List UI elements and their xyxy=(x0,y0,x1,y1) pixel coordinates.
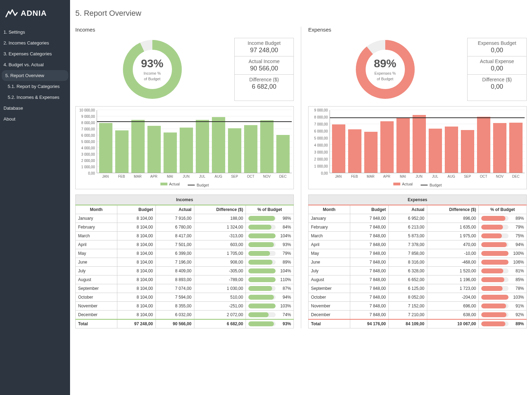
expense-table-title: Expenses xyxy=(309,195,527,205)
summary-cell: Actual Income90 566,00 xyxy=(235,56,293,75)
bar xyxy=(196,120,209,173)
x-label: APR xyxy=(379,175,395,178)
x-label: OCT xyxy=(243,175,259,178)
y-tick: 7 000,00 xyxy=(314,122,328,126)
incomes-title: Incomes xyxy=(75,27,294,33)
y-tick: 9 000,00 xyxy=(314,108,328,112)
y-tick: 0,00 xyxy=(88,171,95,175)
y-tick: 5 000,00 xyxy=(81,140,95,144)
nav-item-3[interactable]: 4. Budget vs. Actual xyxy=(0,59,70,70)
income-table-title: Incomes xyxy=(76,195,294,205)
table-header: Difference ($) xyxy=(194,205,246,214)
nav-item-2[interactable]: 3. Expenses Categories xyxy=(0,48,70,59)
bar xyxy=(260,120,274,173)
table-header: Actual xyxy=(156,205,194,214)
bar xyxy=(131,120,145,173)
nav-item-7[interactable]: Database xyxy=(0,103,70,114)
logo: ADNIA xyxy=(0,5,70,27)
x-label: AUG xyxy=(443,175,460,178)
logo-icon xyxy=(5,9,18,18)
page-title: 5. Report Overview xyxy=(75,9,527,18)
bar xyxy=(115,130,129,173)
nav-item-1[interactable]: 2. Incomes Categories xyxy=(0,38,70,48)
x-label: APR xyxy=(146,175,162,178)
x-label: DEC xyxy=(275,175,291,178)
income-donut-label1: Income % xyxy=(141,71,163,76)
table-header: Budget xyxy=(350,205,388,214)
bar xyxy=(99,123,112,173)
table-header: Month xyxy=(309,205,350,214)
expenses-panel: Expenses 89% Expenses % of Budget xyxy=(308,27,527,328)
expense-bar-chart: 0,001 000,002 000,003 000,004 000,005 00… xyxy=(308,106,527,189)
bar xyxy=(380,121,394,173)
summary-cell: Expenses Budget0,00 xyxy=(468,38,526,56)
y-tick: 2 000,00 xyxy=(314,157,328,161)
budget-line xyxy=(97,121,292,122)
brand-text: ADNIA xyxy=(21,9,47,18)
expense-donut-label1: Expenses % xyxy=(374,71,396,76)
table-row: August7 848,006 652,001 196,0085% xyxy=(309,275,527,284)
legend-budget: Budget xyxy=(188,183,209,187)
x-label: NOV xyxy=(492,175,508,178)
bar xyxy=(228,128,241,173)
income-donut-pct: 93% xyxy=(141,57,163,70)
y-tick: 2 000,00 xyxy=(81,159,95,163)
bar xyxy=(429,129,442,173)
table-header: Month xyxy=(76,205,117,214)
x-label: AUG xyxy=(210,175,227,178)
table-row: November7 848,007 152,00696,0091% xyxy=(309,302,527,311)
income-summary-box: Income Budget97 248,00Actual Income90 56… xyxy=(234,38,294,101)
x-label: JUL xyxy=(427,175,443,178)
x-label: JUN xyxy=(178,175,194,178)
table-row: January7 848,006 952,00896,0089% xyxy=(309,214,527,223)
summary-cell: Actual Expense0,00 xyxy=(468,56,526,75)
x-label: MAI xyxy=(162,175,178,178)
table-header: Actual xyxy=(388,205,427,214)
table-row: April8 104,007 501,00603,0093% xyxy=(76,240,294,249)
expense-donut-label2: of Budget xyxy=(374,77,396,82)
income-donut-label2: of Budget xyxy=(141,77,163,82)
bar xyxy=(396,118,410,173)
income-donut: 93% Income % of Budget xyxy=(75,38,229,101)
table-row: March7 848,005 873,001 975,0075% xyxy=(309,232,527,240)
y-tick: 3 000,00 xyxy=(314,150,328,154)
income-bar-chart: 0,001 000,002 000,003 000,004 000,005 00… xyxy=(75,106,294,189)
budget-line xyxy=(330,117,525,118)
bar xyxy=(364,132,378,173)
legend-budget: Budget xyxy=(421,183,442,187)
table-row: May8 104,006 399,001 705,0079% xyxy=(76,249,294,258)
y-tick: 4 000,00 xyxy=(314,143,328,147)
expense-donut-pct: 89% xyxy=(374,57,396,70)
table-row: February8 104,006 780,001 324,0084% xyxy=(76,223,294,232)
table-row: July8 104,008 409,00-305,00104% xyxy=(76,267,294,275)
table-header: % of Budget xyxy=(246,205,294,214)
x-label: MAR xyxy=(362,175,379,178)
y-tick: 6 000,00 xyxy=(81,134,95,137)
nav-item-8[interactable]: About xyxy=(0,114,70,124)
x-label: OCT xyxy=(476,175,492,178)
table-row: June8 104,007 196,00908,0089% xyxy=(76,258,294,267)
table-header: % of Budget xyxy=(479,205,527,214)
bar xyxy=(493,123,506,173)
x-label: JUL xyxy=(194,175,210,178)
table-row: January8 104,007 916,00188,0098% xyxy=(76,214,294,223)
y-tick: 7 000,00 xyxy=(81,127,95,131)
nav-item-0[interactable]: 1. Settings xyxy=(0,27,70,38)
table-row: April7 848,007 378,00470,0094% xyxy=(309,240,527,249)
y-tick: 9 000,00 xyxy=(81,115,95,118)
x-label: JAN xyxy=(330,175,346,178)
nav-item-4[interactable]: 5. Report Overview xyxy=(2,70,68,81)
bar xyxy=(180,128,193,173)
bar xyxy=(332,124,345,173)
nav-item-6[interactable]: 5.2. Incomes & Expenses xyxy=(0,92,70,103)
nav-item-5[interactable]: 5.1. Report by Categories xyxy=(0,81,70,92)
x-label: MAI xyxy=(395,175,411,178)
y-tick: 5 000,00 xyxy=(314,136,328,140)
bar xyxy=(212,117,225,173)
x-label: MAR xyxy=(130,175,146,178)
y-tick: 10 000,00 xyxy=(80,108,95,112)
table-row: July7 848,006 328,001 520,0081% xyxy=(309,267,527,275)
x-label: NOV xyxy=(259,175,275,178)
legend-actual: Actual xyxy=(160,182,180,186)
sidebar: ADNIA 1. Settings2. Incomes Categories3.… xyxy=(0,0,70,395)
